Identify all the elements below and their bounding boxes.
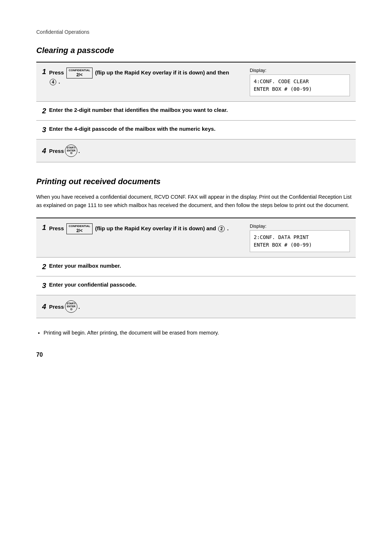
table-row: 1 Press CONFIDENTIAL 2/< (flip up the Ra… <box>36 62 356 102</box>
s2-step1-text-middle: (flip up the Rapid Key overlay if it is … <box>95 225 216 231</box>
circle-num-4: 4 <box>50 79 56 85</box>
s2-step3-text: Enter your confidential passcode. <box>49 281 136 288</box>
step1-display: Display: 4:CONF. CODE CLEAR ENTER BOX # … <box>244 62 356 102</box>
display-line2: ENTER BOX # (00-99) <box>254 85 346 93</box>
page-number: 70 <box>36 352 356 358</box>
section2-table: 1 Press CONFIDENTIAL 2/< (flip up the Ra… <box>36 218 356 318</box>
step3-cell: 3 Enter the 4-digit passcode of the mail… <box>36 121 356 139</box>
s2-step4-text-before: Press <box>49 304 64 310</box>
step1-text-middle: (flip up the Rapid Key overlay if it is … <box>95 69 229 76</box>
display-box-2: 2:CONF. DATA PRINT ENTER BOX # (00-99) <box>250 230 350 252</box>
s2-step1-cell: 1 Press CONFIDENTIAL 2/< (flip up the Ra… <box>36 218 244 258</box>
start-key-circle: ⊙ <box>70 152 73 155</box>
confidential-key-2: CONFIDENTIAL 2/< <box>66 223 93 234</box>
section-printing-docs: Printing out received documents When you… <box>36 177 356 337</box>
s2-step4-number: 4 <box>42 303 46 311</box>
key-main-label-2: 2/< <box>76 228 82 233</box>
s2-step1-display: Display: 2:CONF. DATA PRINT ENTER BOX # … <box>244 218 356 258</box>
key-main-label: 2/< <box>76 72 82 77</box>
s2-step3-cell: 3 Enter your confidential passcode. <box>36 276 356 295</box>
s2-step4-cell: 4 Press START/ ENTER ⊙ . <box>36 295 356 318</box>
s2-step4-text-after: . <box>78 304 80 310</box>
s2-step2-cell: 2 Enter your mailbox number. <box>36 258 356 276</box>
step1-number: 1 <box>42 68 46 76</box>
step3-number: 3 <box>42 126 46 134</box>
s2-display-line1: 2:CONF. DATA PRINT <box>254 234 346 241</box>
display-box-1: 4:CONF. CODE CLEAR ENTER BOX # (00-99) <box>250 74 350 96</box>
page-label: Confidential Operations <box>36 29 356 35</box>
section-clearing-passcode: Clearing a passcode 1 Press CONFIDENTIAL… <box>36 46 356 162</box>
step3-text: Enter the 4-digit passcode of the mailbo… <box>49 126 215 132</box>
s2-step2-text: Enter your mailbox number. <box>49 263 121 269</box>
s2-step2-number: 2 <box>42 263 46 271</box>
table-row: 4 Press START/ ENTER ⊙ . <box>36 139 356 162</box>
section1-title: Clearing a passcode <box>36 46 356 55</box>
s2-display-line2: ENTER BOX # (00-99) <box>254 241 346 249</box>
section2-description: When you have received a confidential do… <box>36 193 356 210</box>
s2-step1-number: 1 <box>42 223 46 232</box>
step2-text: Enter the 2-digit number that identifies… <box>49 107 228 113</box>
step2-number: 2 <box>42 107 46 115</box>
s2-step1-text-press: Press <box>49 225 64 231</box>
bullet-item-1: Printing will begin. After printing, the… <box>44 329 356 337</box>
step4-text-before: Press <box>49 148 64 154</box>
section1-table: 1 Press CONFIDENTIAL 2/< (flip up the Ra… <box>36 62 356 162</box>
s2-step1-text-after: . <box>227 225 229 231</box>
display-label-2: Display: <box>250 223 350 229</box>
circle-num-2: 2 <box>218 226 225 232</box>
step4-number: 4 <box>42 147 46 155</box>
step4-cell: 4 Press START/ ENTER ⊙ . <box>36 139 356 162</box>
step1-text-press: Press <box>49 69 64 76</box>
section2-bullets: Printing will begin. After printing, the… <box>36 329 356 337</box>
table-row: 2 Enter the 2-digit number that identifi… <box>36 102 356 121</box>
table-row: 2 Enter your mailbox number. <box>36 258 356 276</box>
step1-text-after: . <box>58 78 60 85</box>
display-label-1: Display: <box>250 68 350 73</box>
start-enter-key-2: START/ ENTER ⊙ <box>65 300 77 313</box>
table-row: 3 Enter your confidential passcode. <box>36 276 356 295</box>
table-row: 4 Press START/ ENTER ⊙ . <box>36 295 356 318</box>
start-enter-key-1: START/ ENTER ⊙ <box>65 145 77 157</box>
step1-cell: 1 Press CONFIDENTIAL 2/< (flip up the Ra… <box>36 62 244 102</box>
s2-start-key-circle: ⊙ <box>70 308 73 311</box>
key-top-label-2: CONFIDENTIAL <box>69 224 90 228</box>
table-row: 3 Enter the 4-digit passcode of the mail… <box>36 121 356 139</box>
step4-text-after: . <box>78 148 80 154</box>
section2-title: Printing out received documents <box>36 177 356 186</box>
step2-cell: 2 Enter the 2-digit number that identifi… <box>36 102 356 121</box>
start-key-line1: START/ <box>67 146 76 149</box>
table-row: 1 Press CONFIDENTIAL 2/< (flip up the Ra… <box>36 218 356 258</box>
s2-start-key-line1: START/ <box>67 302 76 305</box>
key-top-label: CONFIDENTIAL <box>69 69 90 72</box>
display-line1: 4:CONF. CODE CLEAR <box>254 78 346 85</box>
s2-step3-number: 3 <box>42 281 46 290</box>
confidential-key-1: CONFIDENTIAL 2/< <box>66 68 93 78</box>
